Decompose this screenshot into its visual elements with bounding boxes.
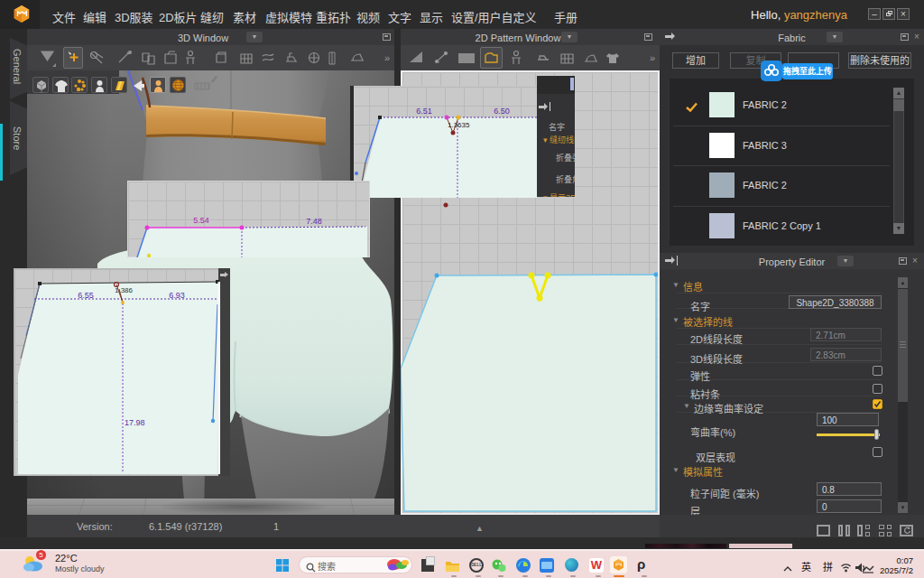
svg-text:1.3635: 1.3635 bbox=[448, 121, 470, 129]
svg-text:»: » bbox=[650, 52, 655, 63]
svg-text:17.98: 17.98 bbox=[125, 418, 145, 427]
svg-text:»: » bbox=[384, 52, 390, 63]
svg-text:6.55: 6.55 bbox=[78, 291, 94, 300]
svg-text:5.54: 5.54 bbox=[193, 216, 209, 225]
svg-text:7.48: 7.48 bbox=[306, 217, 322, 226]
svg-text:6.93: 6.93 bbox=[169, 291, 185, 300]
svg-text:6.51: 6.51 bbox=[416, 107, 432, 116]
svg-text:1.386: 1.386 bbox=[115, 286, 134, 294]
svg-text:6.50: 6.50 bbox=[494, 107, 510, 116]
